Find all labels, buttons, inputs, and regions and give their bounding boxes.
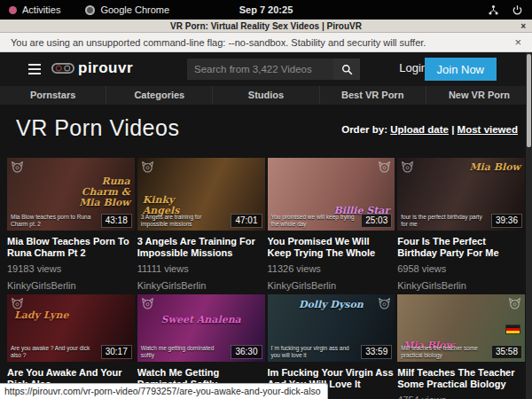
- studio-cat-logo-icon: [11, 298, 24, 309]
- video-views: 19183 views: [7, 263, 135, 274]
- video-duration-badge: 35:58: [491, 345, 522, 359]
- thumbnail-overlay-title: Mia Blow: [469, 162, 520, 173]
- video-studio-link[interactable]: KinkyGirlsBerlin: [397, 280, 525, 291]
- video-duration-badge: 36:30: [231, 345, 262, 359]
- thumbnail-overlay-title: Lady Lyne: [14, 310, 69, 321]
- scrollbar-thumb[interactable]: [527, 54, 531, 147]
- system-top-bar: Activities Google Chrome Sep 7 20:25: [0, 0, 532, 20]
- tab-close-icon[interactable]: ×: [520, 20, 526, 33]
- video-card[interactable]: Mia Blow Milf teaches the teacher some p…: [397, 294, 525, 399]
- studio-cat-logo-icon: [11, 161, 24, 173]
- video-studio-link[interactable]: KinkyGirlsBerlin: [7, 280, 135, 291]
- join-now-button[interactable]: Join Now: [425, 58, 497, 81]
- thumbnail-overlay-title: Sweet Analena: [137, 315, 265, 325]
- search-icon: [341, 64, 353, 75]
- search-button[interactable]: [333, 59, 360, 80]
- video-views: 4754 views: [397, 395, 525, 399]
- video-grid: Runa Charm & Mia Blow Mia Blow teaches p…: [7, 158, 525, 399]
- studio-cat-logo-icon: [508, 298, 521, 309]
- clock[interactable]: Sep 7 20:25: [0, 4, 532, 15]
- video-card[interactable]: Kinky Angels 3 Angels are training for i…: [137, 158, 265, 291]
- nav-item-new-vr-porn[interactable]: New VR Porn: [426, 86, 532, 105]
- thumbnail-caption: You promised we will keep trying the who…: [271, 214, 358, 228]
- nav-item-categories[interactable]: Categories: [106, 86, 212, 105]
- thumbnail-caption: Mia Blow teaches porn to Runa Charm pt. …: [11, 214, 98, 228]
- video-thumbnail[interactable]: Kinky Angels 3 Angels are training for i…: [137, 158, 265, 231]
- video-card[interactable]: Runa Charm & Mia Blow Mia Blow teaches p…: [7, 158, 135, 291]
- studio-cat-logo-icon: [141, 161, 154, 173]
- video-views: 6958 views: [397, 263, 525, 274]
- warning-close-icon[interactable]: ×: [514, 35, 521, 49]
- video-duration-badge: 30:17: [101, 345, 132, 359]
- german-flag-icon: [505, 325, 520, 334]
- browser-title-bar: VR Porn: Virtual Reality Sex Videos | Pi…: [0, 20, 532, 33]
- order-by-separator: |: [451, 124, 454, 135]
- tab-title: VR Porn: Virtual Reality Sex Videos | Pi…: [170, 21, 362, 31]
- power-icon[interactable]: [512, 4, 523, 16]
- studio-cat-logo-icon: [378, 161, 391, 173]
- sandbox-warning-bar: You are using an unsupported command-lin…: [0, 33, 532, 52]
- logo-text: pirouvr: [78, 59, 133, 77]
- thumbnail-caption: Are you awake ? And your dick also ?: [11, 345, 98, 359]
- video-duration-badge: 39:36: [491, 214, 522, 228]
- thumbnail-caption: 3 Angels are training for impossible mis…: [141, 214, 228, 228]
- video-duration-badge: 33:59: [361, 345, 392, 359]
- thumbnail-caption: Milf teaches the teacher some practical …: [401, 345, 488, 359]
- vr-goggles-icon: [51, 62, 74, 74]
- studio-cat-logo-icon: [141, 298, 154, 309]
- status-url-bar: https://pirouvr.com/vr-porn-video/779325…: [0, 383, 328, 399]
- video-thumbnail[interactable]: Billie Star You promised we will keep tr…: [268, 158, 395, 231]
- video-studio-link[interactable]: KinkyGirlsBerlin: [137, 280, 265, 291]
- video-duration-badge: 43:18: [101, 214, 132, 228]
- video-thumbnail[interactable]: Runa Charm & Mia Blow Mia Blow teaches p…: [7, 158, 135, 231]
- nav-item-best-vr-porn[interactable]: Best VR Porn: [319, 86, 426, 105]
- video-title-link[interactable]: You Promised We Will Keep Trying The Who…: [268, 236, 395, 259]
- video-duration-badge: 25:03: [361, 214, 392, 228]
- order-by-most-viewed-link[interactable]: Most viewed: [458, 124, 518, 135]
- video-studio-link[interactable]: KinkyGirlsBerlin: [268, 280, 395, 291]
- hamburger-menu-icon[interactable]: [28, 64, 41, 74]
- login-link[interactable]: Login: [399, 61, 427, 74]
- video-duration-badge: 47:01: [231, 214, 262, 228]
- page-scrollbar[interactable]: [526, 52, 532, 399]
- site-header: pirouvr Login Join Now: [0, 52, 532, 86]
- thumbnail-caption: four is the perfect birthday party for m…: [401, 214, 488, 228]
- video-views: 11326 views: [268, 263, 395, 274]
- video-thumbnail[interactable]: Lady Lyne Are you awake ? And your dick …: [7, 294, 135, 362]
- video-views: 11111 views: [137, 263, 265, 274]
- search-input[interactable]: [187, 59, 333, 80]
- page-title: VR Porn Videos: [16, 115, 179, 141]
- warning-text: You are using an unsupported command-lin…: [11, 37, 426, 48]
- video-thumbnail[interactable]: Mia Blow four is the perfect birthday pa…: [397, 158, 525, 231]
- video-title-link[interactable]: Four Is The Perfect Birthday Party For M…: [397, 236, 525, 259]
- studio-cat-logo-icon: [401, 161, 414, 173]
- thumbnail-caption: Watch me getting dominated softly: [141, 345, 228, 359]
- video-thumbnail[interactable]: Mia Blow Milf teaches the teacher some p…: [397, 294, 525, 362]
- video-thumbnail[interactable]: Dolly Dyson I´m fucking your virgin ass …: [268, 294, 395, 362]
- nav-item-studios[interactable]: Studios: [212, 86, 318, 105]
- video-card[interactable]: Billie Star You promised we will keep tr…: [268, 158, 395, 291]
- thumbnail-overlay-title: Dolly Dyson: [268, 300, 395, 310]
- video-title-link[interactable]: Milf Teaches The Teacher Some Practical …: [397, 367, 525, 390]
- main-nav: Pornstars Categories Studios Best VR Por…: [0, 86, 532, 105]
- video-title-link[interactable]: 3 Angels Are Training For Impossible Mis…: [137, 236, 265, 259]
- page-content: VR Porn Videos Order by: Upload date | M…: [0, 105, 532, 399]
- video-card[interactable]: Mia Blow four is the perfect birthday pa…: [397, 158, 525, 291]
- network-tray-icon[interactable]: [488, 4, 499, 16]
- site-logo[interactable]: pirouvr: [51, 59, 133, 77]
- thumbnail-overlay-title: Runa Charm & Mia Blow: [65, 176, 130, 208]
- order-by-upload-date-link[interactable]: Upload date: [390, 124, 449, 135]
- thumbnail-caption: I´m fucking your virgin ass and you will…: [271, 345, 358, 359]
- order-by: Order by: Upload date | Most viewed: [341, 124, 518, 135]
- order-by-label: Order by:: [341, 124, 387, 135]
- video-thumbnail[interactable]: Sweet Analena Watch me getting dominated…: [137, 294, 265, 362]
- video-title-link[interactable]: Mia Blow Teaches Porn To Runa Charm Pt 2: [7, 236, 135, 259]
- nav-item-pornstars[interactable]: Pornstars: [0, 86, 106, 105]
